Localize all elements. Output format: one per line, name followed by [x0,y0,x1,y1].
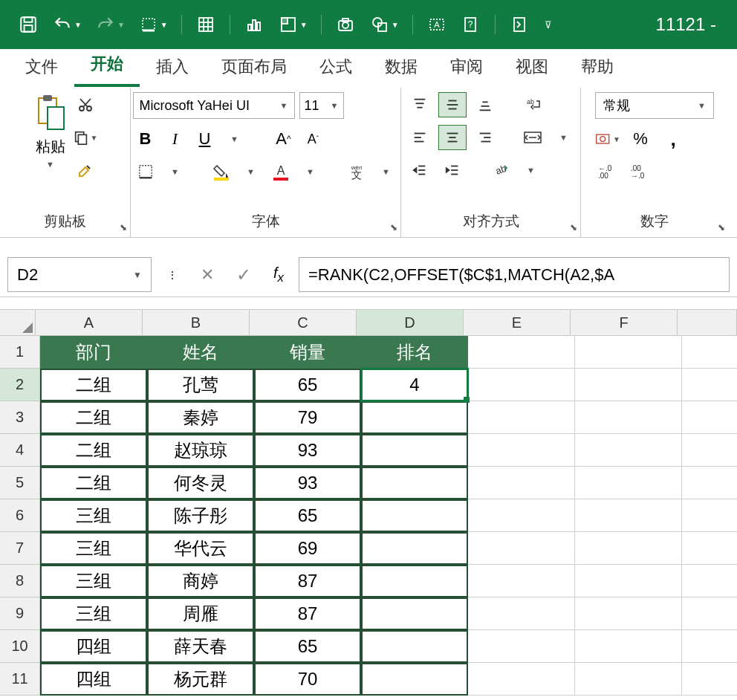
row-header-2[interactable]: 2 [0,369,40,401]
cell-F11[interactable] [575,663,682,696]
merge-dropdown[interactable]: ▼ [551,125,577,150]
cell-E10[interactable] [468,630,575,663]
column-header-F[interactable]: F [571,310,678,335]
decrease-indent-button[interactable] [406,158,434,183]
cell-E7[interactable] [468,532,575,565]
row-header-3[interactable]: 3 [0,401,40,434]
increase-decimal-button[interactable]: ←.0.00 [595,159,620,184]
cell-A7[interactable]: 三组 [40,532,147,565]
cell-F4[interactable] [575,434,682,467]
cell-C5[interactable]: 93 [254,467,361,499]
cell-C4[interactable]: 93 [254,434,361,467]
column-header-C[interactable]: C [250,310,357,335]
cell-B6[interactable]: 陈子彤 [147,499,254,532]
merge-button[interactable] [519,125,547,150]
cell-F5[interactable] [575,467,682,499]
name-box[interactable]: D2▼ [7,257,152,292]
number-format-select[interactable]: 常规▼ [595,92,714,119]
cell-F6[interactable] [575,499,682,532]
qat-customize[interactable]: ⊽ [540,16,555,33]
undo-button[interactable]: ▼ [49,11,85,38]
cancel-formula-button[interactable]: ✕ [201,265,214,285]
cell-B11[interactable]: 杨元群 [147,663,254,696]
qat-chart-button[interactable] [241,11,267,38]
cell-C2[interactable]: 65 [254,369,361,401]
italic-button[interactable]: I [163,126,188,152]
column-header-A[interactable]: A [36,310,143,335]
grow-font-button[interactable]: A^ [271,126,296,152]
cell-A5[interactable]: 二组 [40,467,147,499]
cell-E4[interactable] [468,434,575,467]
wrap-text-button[interactable]: ab [519,92,547,117]
insert-function-button[interactable]: fx [273,265,284,285]
save-button[interactable] [15,11,42,38]
cell-B8[interactable]: 商婷 [147,565,254,597]
fill-color-button[interactable] [209,159,234,184]
cell-E6[interactable] [468,499,575,532]
cell-D7[interactable] [361,532,468,565]
cell-E1[interactable] [468,336,575,369]
cells-area[interactable]: 部门姓名销量排名二组孔莺654二组秦婷79二组赵琼琼93二组何冬灵93三组陈子彤… [40,336,737,696]
column-header-B[interactable]: B [143,310,250,335]
cell-D6[interactable] [361,499,468,532]
cell-E5[interactable] [468,467,575,499]
percent-button[interactable]: % [628,126,653,152]
align-top-button[interactable] [406,92,434,117]
cell-B5[interactable]: 何冬灵 [147,467,254,499]
cell-F7[interactable] [575,532,682,565]
tab-file[interactable]: 文件 [9,48,74,87]
cell-C3[interactable]: 79 [254,401,361,434]
cell-B9[interactable]: 周雁 [147,597,254,630]
select-all-corner[interactable] [0,310,36,335]
phonetic-button[interactable]: wén文 [344,159,369,184]
row-header-8[interactable]: 8 [0,565,40,597]
cell-D5[interactable] [361,467,468,499]
row-header-7[interactable]: 7 [0,532,40,565]
paste-dropdown[interactable]: ▼ [46,160,54,169]
cell-E8[interactable] [468,565,575,597]
cell-C9[interactable]: 87 [254,597,361,630]
qat-help-button[interactable]: ? [458,11,484,38]
row-header-9[interactable]: 9 [0,597,40,630]
cell-D3[interactable] [361,401,468,434]
column-header-E[interactable]: E [464,310,571,335]
font-color-button[interactable]: A [268,159,293,184]
font-launcher[interactable]: ⬊ [390,222,397,233]
formula-input[interactable]: =RANK(C2,OFFSET($C$1,MATCH(A2,$A [299,257,730,292]
tab-layout[interactable]: 页面布局 [205,48,303,87]
cell-B7[interactable]: 华代云 [147,532,254,565]
enter-formula-button[interactable]: ✓ [236,265,251,285]
cell-A2[interactable]: 二组 [40,369,147,401]
tab-data[interactable]: 数据 [368,48,434,87]
cell-B3[interactable]: 秦婷 [147,401,254,434]
cell-C8[interactable]: 87 [254,565,361,597]
row-header-4[interactable]: 4 [0,434,40,467]
font-color-dropdown[interactable]: ▼ [298,159,323,184]
clipboard-launcher[interactable]: ⬊ [120,222,127,233]
alignment-launcher[interactable]: ⬊ [570,222,577,233]
copy-button[interactable]: ▼ [73,125,98,150]
cell-B4[interactable]: 赵琼琼 [147,434,254,467]
qat-border-bottom[interactable]: ▼ [135,11,171,38]
increase-indent-button[interactable] [438,158,467,183]
cell-A6[interactable]: 三组 [40,499,147,532]
shrink-font-button[interactable]: Aˇ [301,126,326,152]
fill-color-dropdown[interactable]: ▼ [238,159,264,184]
orientation-dropdown[interactable]: ▼ [519,158,544,183]
orientation-button[interactable]: ab [486,158,514,183]
cell-E9[interactable] [468,597,575,630]
cell-C11[interactable]: 70 [254,663,361,696]
cell-C6[interactable]: 65 [254,499,361,532]
tab-insert[interactable]: 插入 [140,48,205,87]
comma-button[interactable]: , [660,126,686,152]
qat-camera-button[interactable] [332,11,359,38]
cell-C7[interactable]: 69 [254,532,361,565]
redo-button[interactable]: ▼ [92,11,128,38]
cell-A11[interactable]: 四组 [40,663,147,696]
row-header-10[interactable]: 10 [0,630,40,663]
tab-help[interactable]: 帮助 [565,48,630,87]
cell-A8[interactable]: 三组 [40,565,147,597]
underline-dropdown[interactable]: ▼ [222,126,247,152]
row-header-11[interactable]: 11 [0,663,40,696]
row-header-6[interactable]: 6 [0,499,40,532]
